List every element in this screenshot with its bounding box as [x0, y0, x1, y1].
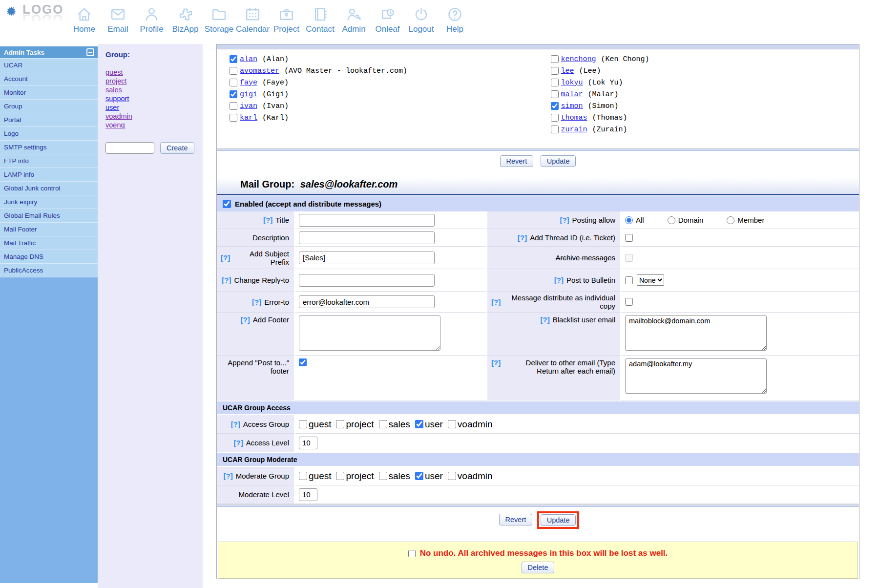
member-checkbox[interactable]	[551, 126, 559, 133]
group-link[interactable]: voenq	[105, 121, 125, 129]
post-to-bulletin-checkbox[interactable]	[625, 276, 633, 284]
access-group-checkbox[interactable]	[336, 420, 344, 428]
help-icon[interactable]: [?]	[231, 420, 240, 428]
member-link[interactable]: alan	[240, 55, 257, 63]
group-link[interactable]: support	[105, 94, 129, 103]
add-footer-textarea[interactable]	[299, 315, 440, 351]
group-link[interactable]: project	[105, 77, 127, 85]
member-checkbox[interactable]	[551, 67, 559, 75]
nav-item-logout[interactable]: Logout	[404, 6, 438, 34]
confirm-delete-checkbox[interactable]	[408, 550, 416, 557]
member-link[interactable]: simon	[561, 102, 583, 110]
sidebar-item[interactable]: Monitor	[0, 85, 98, 99]
sidebar-item[interactable]: SMTP settings	[0, 140, 98, 154]
member-link[interactable]: zurain	[561, 126, 587, 134]
member-link[interactable]: malar	[561, 90, 583, 99]
member-checkbox[interactable]	[230, 90, 237, 98]
update-button[interactable]: Update	[541, 155, 576, 167]
member-link[interactable]: faye	[240, 79, 257, 87]
posting-allow-radio[interactable]	[625, 216, 633, 224]
help-icon[interactable]: [?]	[224, 472, 233, 480]
nav-item-admin[interactable]: Admin	[337, 6, 371, 34]
moderate-group-option[interactable]: voadmin	[443, 471, 493, 482]
access-group-option[interactable]: voadmin	[443, 419, 493, 430]
access-group-option[interactable]: user	[410, 419, 443, 430]
posting-allow-radio[interactable]	[668, 216, 675, 224]
moderate-group-option[interactable]: user	[410, 471, 443, 482]
sidebar-item[interactable]: Group	[0, 99, 98, 113]
append-post-footer-checkbox[interactable]	[299, 358, 307, 366]
help-icon[interactable]: [?]	[241, 315, 250, 324]
help-icon[interactable]: [?]	[221, 253, 230, 262]
nav-item-email[interactable]: Email	[101, 6, 135, 34]
nav-item-project[interactable]: Project	[270, 6, 303, 34]
help-icon[interactable]: [?]	[491, 298, 501, 306]
access-group-checkbox[interactable]	[415, 420, 423, 428]
deliver-other-textarea[interactable]: adam@lookafter.my	[625, 358, 767, 394]
add-thread-id-checkbox[interactable]	[625, 234, 633, 242]
error-to-input[interactable]	[299, 295, 435, 308]
new-group-input[interactable]	[105, 142, 154, 154]
member-checkbox[interactable]	[230, 102, 237, 110]
posting-allow-radio[interactable]	[727, 216, 734, 224]
sidebar-item[interactable]: Global Junk control	[0, 181, 98, 195]
revert-button-bottom[interactable]: Revert	[499, 514, 533, 525]
moderate-group-checkbox[interactable]	[379, 472, 387, 480]
nav-item-contact[interactable]: Contact	[303, 6, 337, 34]
delete-button[interactable]: Delete	[522, 562, 555, 573]
access-group-checkbox[interactable]	[299, 420, 307, 428]
change-reply-to-input[interactable]	[299, 274, 435, 287]
moderate-level-input[interactable]	[299, 488, 317, 501]
sidebar-item[interactable]: Mail Footer	[0, 222, 98, 236]
member-link[interactable]: thomas	[561, 114, 587, 122]
member-checkbox[interactable]	[551, 79, 559, 86]
description-input[interactable]	[299, 231, 435, 244]
group-link[interactable]: user	[105, 103, 119, 112]
help-icon[interactable]: [?]	[491, 358, 501, 367]
posting-allow-option[interactable]: Domain	[668, 216, 704, 224]
member-link[interactable]: lee	[561, 67, 574, 75]
update-button-bottom[interactable]: Update	[541, 514, 576, 526]
member-link[interactable]: lokyu	[561, 79, 583, 87]
moderate-group-checkbox[interactable]	[299, 472, 307, 480]
member-checkbox[interactable]	[230, 55, 237, 63]
access-group-option[interactable]: guest	[299, 419, 331, 430]
posting-allow-option[interactable]: All	[625, 216, 644, 224]
sidebar-item[interactable]: UCAR	[0, 58, 98, 72]
enabled-checkbox[interactable]	[223, 200, 231, 208]
sidebar-item[interactable]: PublicAccess	[0, 263, 98, 277]
nav-item-onleaf[interactable]: Onleaf	[371, 6, 404, 34]
member-checkbox[interactable]	[551, 55, 559, 63]
group-link[interactable]: voadmin	[105, 112, 132, 121]
moderate-group-option[interactable]: sales	[374, 471, 410, 482]
add-subject-prefix-input[interactable]	[299, 252, 435, 264]
member-link[interactable]: kenchong	[561, 55, 596, 63]
access-level-input[interactable]	[299, 437, 317, 449]
access-group-checkbox[interactable]	[448, 420, 456, 428]
moderate-group-option[interactable]: project	[331, 471, 374, 482]
help-icon[interactable]: [?]	[540, 315, 549, 324]
nav-item-storage[interactable]: Storage	[202, 6, 236, 34]
help-icon[interactable]: [?]	[233, 439, 243, 447]
member-checkbox[interactable]	[230, 114, 237, 122]
revert-button[interactable]: Revert	[500, 155, 534, 167]
posting-allow-option[interactable]: Member	[727, 216, 764, 224]
moderate-group-checkbox[interactable]	[448, 472, 456, 480]
create-group-button[interactable]: Create	[160, 142, 194, 154]
help-icon[interactable]: [?]	[518, 233, 527, 242]
member-checkbox[interactable]	[551, 102, 559, 110]
nav-item-home[interactable]: Home	[67, 6, 101, 34]
help-icon[interactable]: [?]	[560, 216, 569, 224]
member-checkbox[interactable]	[230, 79, 237, 86]
sidebar-item[interactable]: Portal	[0, 113, 98, 126]
nav-item-help[interactable]: Help	[438, 6, 472, 34]
member-link[interactable]: ivan	[240, 102, 257, 110]
help-icon[interactable]: [?]	[554, 276, 564, 284]
message-distribute-checkbox[interactable]	[625, 298, 633, 306]
nav-item-calendar[interactable]: Calendar	[236, 6, 270, 34]
member-checkbox[interactable]	[551, 90, 559, 98]
access-group-checkbox[interactable]	[379, 420, 387, 428]
moderate-group-checkbox[interactable]	[415, 472, 423, 480]
help-icon[interactable]: [?]	[252, 298, 261, 306]
access-group-option[interactable]: project	[331, 419, 374, 430]
